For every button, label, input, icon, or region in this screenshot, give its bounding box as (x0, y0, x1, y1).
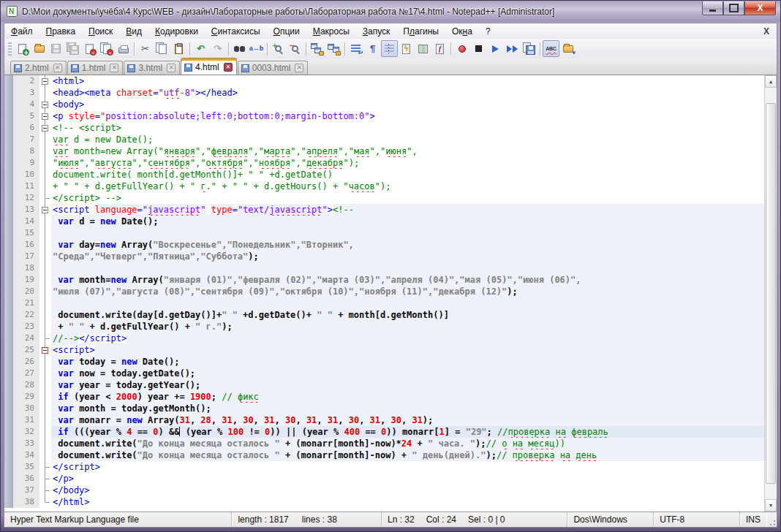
bookmark-margin[interactable] (4, 414, 13, 426)
code-line-4[interactable]: 4<body> (4, 99, 764, 110)
menu-item-Правка[interactable]: Правка (39, 24, 83, 39)
code-line-21[interactable]: 21 (4, 297, 764, 309)
replace-button[interactable]: a↔b (248, 40, 265, 57)
sync-vertical-button[interactable] (309, 40, 325, 57)
scroll-down-icon[interactable]: ▼ (765, 499, 777, 512)
minimize-button[interactable] (702, 1, 723, 15)
bookmark-margin[interactable] (4, 180, 13, 192)
save-all-button[interactable] (64, 40, 81, 57)
close-all-button[interactable]: - (98, 40, 115, 57)
fold-margin[interactable] (39, 169, 51, 180)
bookmark-margin[interactable] (4, 356, 13, 368)
bookmark-margin[interactable] (4, 379, 13, 391)
fold-margin[interactable] (39, 216, 51, 227)
bookmark-margin[interactable] (4, 227, 13, 239)
bookmark-margin[interactable] (4, 110, 13, 122)
code-line-9[interactable]: 9"июля","августа","сентября","октября","… (4, 157, 764, 169)
code-text[interactable]: document.write("До конца месяца осталось… (51, 438, 764, 449)
run-macro-multiple-button[interactable] (504, 40, 521, 57)
tab-0003.html[interactable]: 0003.html✕ (238, 61, 309, 75)
code-line-33[interactable]: 33 document.write("До конца месяца остал… (4, 438, 764, 449)
code-line-14[interactable]: 14 var d = new Date(); (4, 216, 764, 227)
fold-margin[interactable] (39, 204, 51, 216)
fold-margin[interactable] (39, 379, 51, 391)
undo-button[interactable]: ↶ (192, 40, 209, 57)
stop-macro-button[interactable] (470, 40, 487, 57)
code-line-36[interactable]: 36</p> (4, 473, 764, 484)
menu-item-Файл[interactable]: Файл (4, 24, 39, 39)
new-file-button[interactable]: + (14, 40, 31, 57)
status-eol-format[interactable]: Dos\Windows (567, 512, 654, 527)
tab-close-icon[interactable]: ✕ (224, 63, 233, 72)
fold-margin[interactable] (39, 449, 51, 461)
fold-collapse-icon[interactable] (42, 78, 48, 85)
fold-margin[interactable] (39, 145, 51, 157)
find-button[interactable] (231, 40, 248, 57)
fold-margin[interactable] (39, 496, 51, 508)
code-text[interactable]: document.write(day[d.getDay()]+" " +d.ge… (51, 309, 764, 321)
fold-margin[interactable] (39, 484, 51, 496)
scrollbar-thumb[interactable] (766, 103, 776, 484)
fold-margin[interactable] (39, 157, 51, 169)
fold-margin[interactable] (39, 368, 51, 379)
code-text[interactable]: "июля (07)","августа (08)","сентября (09… (51, 286, 764, 297)
fold-margin[interactable] (39, 461, 51, 473)
fold-margin[interactable] (39, 75, 51, 87)
code-line-19[interactable]: 19 var month=new Array("января (01)","фе… (4, 274, 764, 286)
code-text[interactable]: document.write( month[d.getMonth()]+ " "… (51, 169, 764, 180)
bookmark-margin[interactable] (4, 344, 13, 356)
fold-margin[interactable] (39, 99, 51, 110)
fold-margin[interactable] (39, 391, 51, 403)
fold-margin[interactable] (39, 344, 51, 356)
bookmark-margin[interactable] (4, 204, 13, 216)
tab-close-icon[interactable]: ✕ (167, 64, 176, 72)
bookmark-margin[interactable] (4, 169, 13, 180)
word-wrap-button[interactable]: ↵ (347, 40, 364, 57)
code-line-6[interactable]: 6<!-- <script> (4, 122, 764, 134)
fold-margin[interactable] (39, 180, 51, 192)
code-line-16[interactable]: 16 var day=new Array("Воскресенье","Поне… (4, 239, 764, 251)
menu-item-Поиск[interactable]: Поиск (82, 24, 119, 39)
code-line-29[interactable]: 29 if (year < 2000) year += 1900; // фик… (4, 391, 764, 403)
fold-margin[interactable] (39, 192, 51, 204)
bookmark-margin[interactable] (4, 157, 13, 169)
code-line-32[interactable]: 32 if (((year % 4 == 0) && (year % 100 !… (4, 426, 764, 438)
bookmark-margin[interactable] (4, 403, 13, 414)
close-button[interactable]: X (744, 1, 776, 15)
code-line-7[interactable]: 7var d = new Date(); (4, 134, 764, 145)
code-line-31[interactable]: 31 var monarr = new Array(31, 28, 31, 30… (4, 414, 764, 426)
fold-margin[interactable] (39, 426, 51, 438)
bookmark-margin[interactable] (4, 145, 13, 157)
code-text[interactable]: var d = new Date(); (51, 216, 764, 227)
code-text[interactable]: var d = new Date(); (51, 134, 764, 145)
resize-grip-icon[interactable] (766, 517, 777, 527)
bookmark-margin[interactable] (4, 134, 13, 145)
menu-item-Опции[interactable]: Опции (267, 24, 306, 39)
fold-collapse-icon[interactable] (42, 113, 48, 120)
code-line-27[interactable]: 27 var now = today.getDate(); (4, 368, 764, 379)
code-text[interactable]: var monarr = new Array(31, 28, 31, 30, 3… (51, 414, 764, 426)
code-text[interactable]: <body> (51, 99, 764, 110)
bookmark-margin[interactable] (4, 122, 13, 134)
code-text[interactable]: var month = today.getMonth(); (51, 403, 764, 414)
code-text[interactable]: var month=new Array("января (01)","февра… (51, 274, 764, 286)
code-line-28[interactable]: 28 var year = today.getYear(); (4, 379, 764, 391)
fold-margin[interactable] (39, 286, 51, 297)
fold-margin[interactable] (39, 122, 51, 134)
close-file-button[interactable]: - (81, 40, 98, 57)
bookmark-margin[interactable] (4, 473, 13, 484)
fold-margin[interactable] (39, 110, 51, 122)
indent-guide-button[interactable] (381, 40, 398, 57)
code-text[interactable]: var day=new Array("Воскресенье","Понедел… (51, 239, 764, 251)
maximize-button[interactable] (723, 1, 744, 15)
bookmark-margin[interactable] (4, 449, 13, 461)
tab-1.html[interactable]: 1.html✕ (67, 61, 124, 75)
code-text[interactable]: if (((year % 4 == 0) && (year % 100 != 0… (51, 426, 764, 438)
code-line-34[interactable]: 34 document.write("До конца месяца остал… (4, 449, 764, 461)
code-text[interactable] (51, 262, 764, 274)
spell-check-button[interactable]: ABC (543, 40, 559, 57)
document-map-button[interactable] (415, 40, 431, 57)
zoom-in-button[interactable]: + (270, 40, 287, 57)
code-text[interactable]: <p style="position:absolute;left:0;botto… (51, 110, 764, 122)
code-line-23[interactable]: 23 + " " + d.getFullYear() + " г."); (4, 321, 764, 332)
